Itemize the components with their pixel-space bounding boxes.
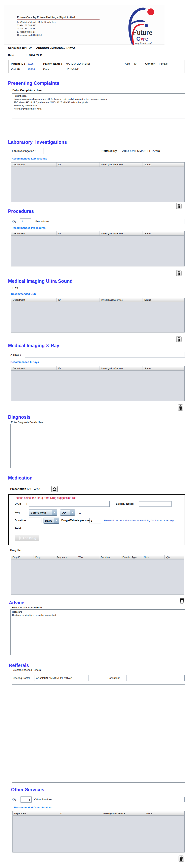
column-header-id: ID — [57, 366, 100, 370]
trash-icon — [177, 271, 181, 276]
procedures-input[interactable] — [58, 219, 185, 224]
advice-hint-label: Enter Doctor's Advice Here — [12, 606, 42, 609]
column-header-status: Status — [143, 366, 184, 370]
procedures-qty-label: Qty : — [12, 220, 18, 223]
svg-text:Body Mind Soul: Body Mind Soul — [134, 42, 152, 45]
referring-doctor-input[interactable] — [35, 675, 88, 681]
gender-value: Female — [159, 62, 167, 65]
trash-icon — [177, 204, 181, 209]
consultation-form-page: { "colors": { "heading_blue": "#3535f3",… — [0, 0, 187, 868]
column-header-drug: Drug — [34, 555, 55, 559]
age-value: 40 — [134, 62, 136, 65]
other-qty-input[interactable] — [21, 797, 32, 803]
duration-unit-dropdown[interactable]: Day/s — [43, 518, 59, 524]
drug-input[interactable] — [29, 501, 110, 507]
other-services-input[interactable] — [59, 797, 185, 802]
way-qty-input[interactable] — [78, 510, 87, 515]
duration-label: Duration : — [15, 519, 28, 522]
referred-by-value: ABIODUN EMMANUEL TAIWO — [122, 149, 160, 152]
trash-icon — [177, 337, 181, 342]
procedures-field-label: Procedures : — [35, 220, 51, 223]
lab-testings-table-body[interactable] — [11, 167, 184, 202]
patient-name-label: Patient Name : — [43, 62, 62, 65]
delete-xray-button[interactable] — [178, 404, 183, 411]
lab-investigation-input[interactable] — [43, 148, 89, 154]
complaints-textarea[interactable]: Patient seen No new complains however sh… — [12, 93, 185, 118]
section-title-presenting-complaints: Presenting Complaints — [8, 81, 59, 86]
special-notes-input[interactable] — [139, 501, 172, 507]
consultant-input[interactable] — [126, 675, 185, 681]
delete-lab-item-button[interactable] — [176, 203, 182, 209]
date-colon: : — [26, 54, 27, 57]
referring-doctor-label: Reffering Doctor — [12, 677, 30, 680]
column-header-department: Department — [11, 162, 57, 166]
uss-input[interactable] — [23, 285, 185, 291]
section-title-diagnosis: Diagnosis — [8, 414, 31, 420]
chevron-down-icon — [72, 512, 73, 513]
consult-date-value: 2024-09-11 — [29, 54, 42, 57]
svg-text:Future: Future — [133, 28, 152, 36]
add-drug-button[interactable]: Add Drug — [15, 535, 39, 541]
referral-hint-label: Select the needed Refferal — [12, 669, 41, 672]
duration-unit-selected-value: Day/s — [43, 519, 54, 522]
special-notes-label: Special Notes — [116, 502, 134, 505]
plus-circle-icon — [18, 536, 21, 540]
procedures-qty-input[interactable] — [20, 218, 31, 224]
visit-date-colon: : — [64, 68, 65, 71]
trash-icon — [180, 857, 183, 861]
delete-procedure-button[interactable] — [176, 270, 182, 276]
company-address: Le Chainter,Victoria,Mahe,Seychelles T: … — [17, 21, 55, 37]
column-header-id: ID — [57, 162, 100, 166]
dropdown-arrow-button[interactable] — [52, 510, 57, 515]
drug-list-label: Drug List — [10, 549, 21, 552]
prescription-id-input[interactable] — [33, 486, 50, 492]
lab-investigation-label: Lab Investingation : — [12, 149, 36, 152]
dropdown-arrow-button[interactable] — [54, 518, 59, 523]
section-title-referrals: Refferals — [9, 663, 29, 668]
uss-table-body[interactable] — [11, 302, 184, 332]
column-header-department: Department — [11, 298, 57, 302]
column-header-duration: Duration — [99, 555, 121, 559]
referral-listbox[interactable] — [12, 684, 185, 783]
meal-timing-dropdown[interactable]: Before Meal — [29, 509, 57, 516]
total-label: Total — [15, 527, 21, 530]
table-header-row: Department ID Investigation / Service St… — [13, 811, 184, 816]
future-care-logo: Future C♥re Body Mind Soul — [120, 6, 162, 45]
delete-other-service-button[interactable] — [179, 856, 184, 862]
special-notes-colon: : — [137, 502, 138, 505]
address-line: Le Chainter,Victoria,Mahe,Seychelles — [17, 21, 55, 24]
duration-input[interactable] — [29, 518, 41, 523]
per-meal-input[interactable] — [89, 518, 101, 523]
section-title-xray: Medical Imaging X-Ray — [8, 343, 59, 348]
chevron-down-icon — [54, 512, 55, 513]
recommended-other-services-label: Recommended Other Services — [14, 806, 52, 809]
other-services-table: Department ID Investigation / Service St… — [12, 811, 185, 852]
section-title-ultrasound: Medical Imaging Ultra Sound — [8, 279, 73, 284]
diagnosis-textarea[interactable] — [10, 424, 185, 468]
delete-advice-button[interactable] — [178, 596, 186, 606]
other-services-table-body[interactable] — [13, 816, 184, 852]
delete-uss-button[interactable] — [176, 336, 182, 342]
column-header-investigation: Investigation/Service — [100, 366, 143, 370]
chevron-down-icon — [56, 520, 58, 521]
uss-label: USS : — [12, 287, 20, 290]
procedures-table-body[interactable] — [11, 236, 184, 266]
dropdown-arrow-button[interactable] — [70, 510, 75, 515]
drug-list-table-body[interactable] — [11, 559, 184, 594]
advice-textarea[interactable]: Reassure Continue medications as earlier… — [10, 610, 185, 655]
per-meal-label: Drugs/Tablets per meal : — [61, 519, 93, 522]
recommended-lab-testings-label: Recommended Lab Testings — [12, 157, 47, 160]
address-line: T: +24 82 593 593 — [17, 24, 55, 27]
total-colon: : — [26, 527, 27, 530]
decimal-hint-note: Please add as decimal numbers when addin… — [104, 519, 184, 522]
refresh-prescription-button[interactable] — [51, 486, 58, 492]
frequency-dropdown[interactable]: OD — [60, 509, 75, 516]
xray-input[interactable] — [25, 352, 185, 358]
consult-date-row: Date : 2024-09-11 — [0, 54, 187, 58]
consulted-by-label: Consulted By — [8, 46, 26, 49]
table-header-row: Department ID Investigation/Service Stat… — [11, 162, 184, 167]
column-header-duration-type: Duration Type — [121, 555, 142, 559]
xray-table-body[interactable] — [11, 371, 184, 401]
meal-timing-selected-value: Before Meal — [29, 511, 52, 514]
column-header-way: Way — [77, 555, 99, 559]
